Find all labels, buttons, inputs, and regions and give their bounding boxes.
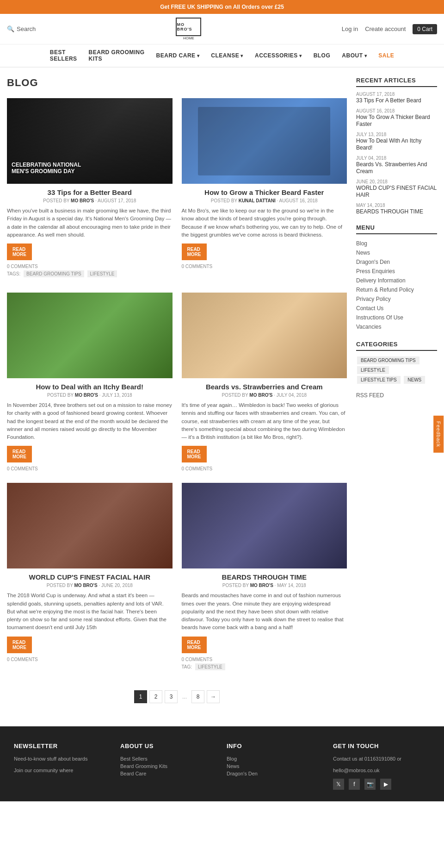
log-in-link[interactable]: Log in <box>342 25 358 32</box>
card-1-image-wrapper: CELEBRATING NATIONALMEN'S GROOMING DAY <box>7 98 173 184</box>
recent-article-4-date: JULY 04, 2018 <box>356 156 437 161</box>
nav-accessories[interactable]: ACCESSORIES <box>255 52 302 59</box>
menu-return-refund[interactable]: Return & Refund Policy <box>356 285 437 294</box>
card-4-comments: 0 COMMENTS <box>182 466 347 471</box>
card-2-image <box>182 98 347 184</box>
feedback-tab[interactable]: Feedback <box>433 415 444 452</box>
card-5-read-more[interactable]: READMORE <box>7 637 32 653</box>
search-area[interactable]: 🔍 Search <box>7 25 36 32</box>
page-8[interactable]: 8 <box>191 690 204 703</box>
nav-beard-grooming-kits[interactable]: BEARD GROOMINGKITS <box>89 49 145 62</box>
tag-beard-grooming-tips[interactable]: BEARD GROOMING TIPS <box>24 270 84 277</box>
page-dots: ... <box>180 693 189 700</box>
sidebar: RECENT ARTICLES AUGUST 17, 2018 33 Tips … <box>356 77 437 717</box>
footer: NEWSLETTER Need-to-know stuff about bear… <box>0 726 444 802</box>
card-3-read-more[interactable]: READMORE <box>7 446 32 462</box>
recent-article-2: AUGUST 16, 2018 How To Grow A Thicker Be… <box>356 108 437 127</box>
facebook-icon[interactable]: f <box>349 779 360 790</box>
footer-contact-email[interactable]: hello@mobros.co.uk <box>333 767 430 774</box>
recent-article-2-link[interactable]: How To Grow A Thicker Beard Faster <box>356 114 430 127</box>
card-2-read-more[interactable]: READMORE <box>182 244 207 260</box>
page-2[interactable]: 2 <box>149 690 162 703</box>
menu-instructions[interactable]: Instructions Of Use <box>356 313 437 322</box>
menu-news[interactable]: News <box>356 248 437 257</box>
card-3-image <box>7 293 173 378</box>
recent-article-6-date: MAY 14, 2018 <box>356 203 437 208</box>
card-6-tags: TAG: LIFESTYLE <box>182 664 347 669</box>
nav-cleanse[interactable]: CLEANSE <box>211 52 243 59</box>
footer-news[interactable]: News <box>227 762 324 770</box>
recent-article-1-link[interactable]: 33 Tips For A Better Beard <box>356 97 421 104</box>
top-banner: Get FREE UK SHIPPING on All Orders over … <box>0 0 444 14</box>
card-4-read-more[interactable]: READMORE <box>182 446 207 462</box>
recent-article-4-link[interactable]: Beards Vs. Strawberries And Cream <box>356 161 427 175</box>
logo-box: MO BRO'S <box>176 18 201 36</box>
recent-articles-title: RECENT ARTICLES <box>356 77 437 87</box>
cat-lifestyle[interactable]: LIFESTYLE <box>357 366 389 374</box>
footer-about: ABOUT US Best Sellers Beard Grooming Kit… <box>120 743 217 790</box>
card-3-title[interactable]: How to Deal with an Itchy Beard! <box>7 383 173 391</box>
menu-delivery-information[interactable]: Delivery Information <box>356 276 437 285</box>
tag-lifestyle[interactable]: LIFESTYLE <box>87 270 117 277</box>
create-account-link[interactable]: Create account <box>365 25 406 32</box>
footer-beard-care[interactable]: Beard Care <box>120 770 217 777</box>
recent-article-6-link[interactable]: BEARDS THROUGH TIME <box>356 208 423 215</box>
recent-article-3: JULY 13, 2018 How To Deal With An Itchy … <box>356 132 437 151</box>
cat-lifestyle-tips[interactable]: LIFESTYLE TIPS <box>357 376 401 384</box>
menu-blog[interactable]: Blog <box>356 239 437 248</box>
card-5-title[interactable]: WORLD CUP'S FINEST FACIAL HAIR <box>7 573 173 581</box>
card-6-title[interactable]: BEARDS THROUGH TIME <box>182 573 347 581</box>
instagram-icon[interactable]: 📷 <box>364 779 376 790</box>
card-6-read-more[interactable]: READMORE <box>182 637 207 653</box>
recent-article-1-date: AUGUST 17, 2018 <box>356 92 437 97</box>
logo[interactable]: MO BRO'S HOME <box>176 18 201 40</box>
menu-vacancies[interactable]: Vacancies <box>356 322 437 331</box>
card-6-comments: 0 COMMENTS <box>182 657 347 662</box>
nav-best-sellers[interactable]: BESTSELLERS <box>50 49 77 62</box>
card-5-excerpt: The 2018 World Cup is underway. And what… <box>7 592 173 631</box>
nav-blog[interactable]: BLOG <box>314 52 331 59</box>
page-1[interactable]: 1 <box>134 690 147 703</box>
nav-sale[interactable]: SALE <box>378 52 394 59</box>
card-3-author: MO BRO'S <box>75 393 98 398</box>
cat-beard-grooming-tips[interactable]: BEARD GROOMING TIPS <box>357 356 419 364</box>
menu-section: MENU Blog News Dragon's Den Press Enquir… <box>356 224 437 331</box>
card-1-excerpt: When you've built a business in male gro… <box>7 207 173 239</box>
footer-about-title: ABOUT US <box>120 743 217 749</box>
youtube-icon[interactable]: ▶ <box>380 779 391 790</box>
tag-lifestyle-2[interactable]: LIFESTYLE <box>195 663 225 670</box>
recent-article-5-link[interactable]: WORLD CUP'S FINEST FACIAL HAIR <box>356 185 437 198</box>
nav-about[interactable]: ABOUT <box>342 52 367 59</box>
menu-dragons-den[interactable]: Dragon's Den <box>356 257 437 267</box>
menu-press-enquiries[interactable]: Press Enquiries <box>356 267 437 276</box>
recent-article-3-link[interactable]: How To Deal With An Itchy Beard! <box>356 137 421 151</box>
footer-beard-grooming-kits[interactable]: Beard Grooming Kits <box>120 762 217 770</box>
card-4-image <box>182 293 347 378</box>
cart-button[interactable]: 0 Cart <box>413 24 437 34</box>
search-label[interactable]: Search <box>17 25 36 32</box>
card-1-read-more[interactable]: READMORE <box>7 244 32 260</box>
card-6-excerpt: Beards and moustaches have come in and o… <box>182 592 347 631</box>
card-4-title[interactable]: Beards vs. Strawberries and Cream <box>182 383 347 391</box>
cat-news[interactable]: NEWS <box>404 376 425 384</box>
menu-contact-us[interactable]: Contact Us <box>356 304 437 313</box>
footer-info-title: INFO <box>227 743 324 749</box>
card-1-title[interactable]: 33 Tips for a Better Beard <box>7 188 173 196</box>
card-2-title[interactable]: How to Grow a Thicker Beard Faster <box>182 188 347 196</box>
recent-article-3-date: JULY 13, 2018 <box>356 132 437 137</box>
menu-privacy-policy[interactable]: Privacy Policy <box>356 294 437 304</box>
footer-dragons-den[interactable]: Dragon's Den <box>227 770 324 777</box>
footer-best-sellers[interactable]: Best Sellers <box>120 755 217 762</box>
footer-blog[interactable]: Blog <box>227 755 324 762</box>
nav-beard-care[interactable]: BEARD CARE <box>156 52 200 59</box>
twitter-icon[interactable]: 𝕏 <box>333 779 344 790</box>
page-3[interactable]: 3 <box>165 690 178 703</box>
banner-highlight: FREE UK SHIPPING <box>171 4 223 10</box>
rss-feed-link[interactable]: RSS FEED <box>356 392 384 399</box>
search-icon: 🔍 <box>7 25 14 32</box>
card-6-author: MO BRO'S <box>250 583 273 588</box>
card-3-comments: 0 COMMENTS <box>7 466 173 471</box>
card-4-excerpt: It's time of year again… Wimbledon is ba… <box>182 401 347 441</box>
blog-card-6: BEARDS THROUGH TIME POSTED BY MO BRO'S ·… <box>182 483 347 676</box>
page-next[interactable]: → <box>207 690 220 703</box>
